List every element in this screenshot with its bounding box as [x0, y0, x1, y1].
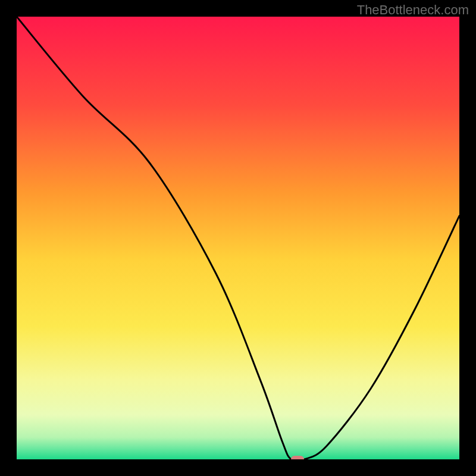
watermark-text: TheBottleneck.com [357, 2, 469, 18]
plot-area [17, 17, 459, 459]
optimal-point-marker [291, 456, 304, 459]
bottleneck-curve [17, 17, 459, 459]
